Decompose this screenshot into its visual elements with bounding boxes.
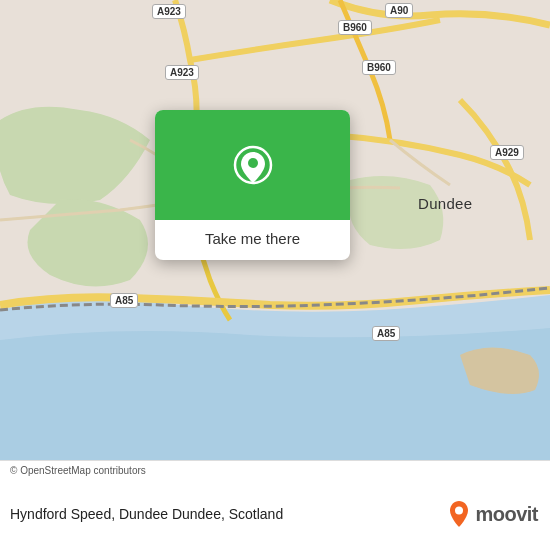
road-label-a85-left: A85 [110,293,138,308]
popup-button-area: Take me there [155,220,350,260]
map-container: A923 A90 B960 B960 A923 A929 A85 A85 Dun… [0,0,550,460]
osm-credit: © OpenStreetMap contributors [0,461,550,478]
location-row: Hyndford Speed, Dundee Dundee, Scotland … [0,478,550,550]
road-label-b960-mid: B960 [362,60,396,75]
road-label-a923-mid: A923 [165,65,199,80]
road-label-b960-top: B960 [338,20,372,35]
moovit-pin-icon [447,500,471,528]
popup-green-area [155,110,350,220]
footer: © OpenStreetMap contributors Hyndford Sp… [0,460,550,550]
take-me-there-button[interactable]: Take me there [205,230,300,247]
svg-point-3 [455,507,463,515]
popup-card: Take me there [155,110,350,260]
road-label-a929: A929 [490,145,524,160]
city-label: Dundee [418,195,472,212]
moovit-logo: moovit [447,500,538,528]
location-text: Hyndford Speed, Dundee Dundee, Scotland [10,506,283,522]
svg-point-2 [248,158,258,168]
road-label-a90: A90 [385,3,413,18]
road-label-a85-right: A85 [372,326,400,341]
location-pin-icon [231,143,275,187]
moovit-label: moovit [475,503,538,526]
road-label-a923-top: A923 [152,4,186,19]
